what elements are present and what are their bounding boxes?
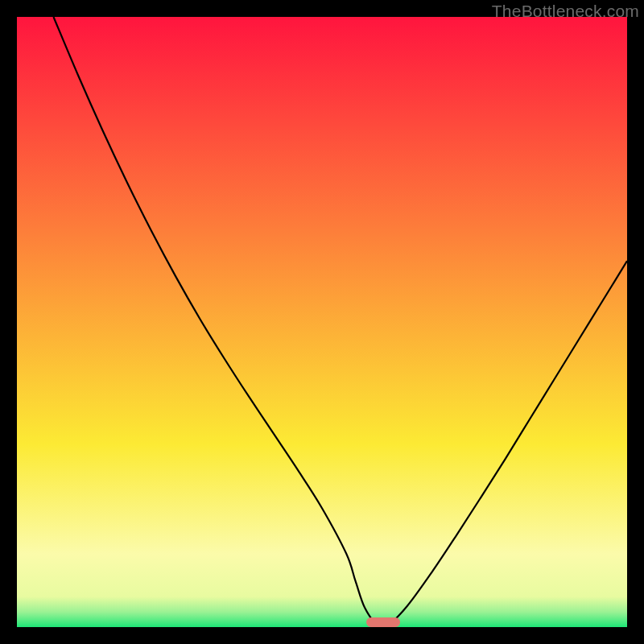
optimum-marker [366, 617, 400, 627]
plot-area [17, 17, 627, 627]
watermark-text: TheBottleneck.com [492, 2, 639, 21]
bottleneck-curve [17, 17, 627, 627]
